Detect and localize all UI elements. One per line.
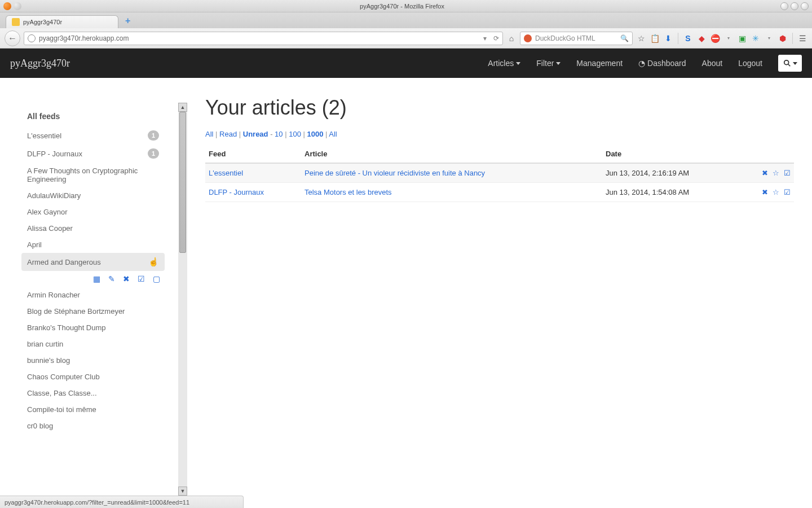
filter-limit-100[interactable]: 100 bbox=[289, 130, 301, 138]
nav-search-button[interactable] bbox=[778, 55, 802, 72]
filter-all[interactable]: All bbox=[205, 130, 213, 138]
extension-icon[interactable]: ◆ bbox=[696, 33, 707, 43]
row-article-link[interactable]: Telsa Motors et les brevets bbox=[304, 188, 392, 196]
row-article-link[interactable]: Peine de sûreté - Un violeur récidiviste… bbox=[304, 169, 485, 177]
url-dropdown-icon[interactable]: ▾ bbox=[483, 34, 487, 42]
tab-title: pyAggr3g470r bbox=[23, 19, 62, 25]
extension-dropdown-icon-2[interactable]: ▾ bbox=[764, 33, 774, 43]
sidebar-item[interactable]: Blog de Stéphane Bortzmeyer bbox=[21, 303, 165, 319]
row-actions: ✖☆☑ bbox=[752, 169, 791, 177]
toolbar-separator bbox=[678, 33, 678, 44]
close-icon[interactable]: ✖ bbox=[123, 274, 130, 283]
feed-list: L'essentiel1DLFP - Journaux1A Few Though… bbox=[27, 126, 165, 434]
sidebar-item[interactable]: Alex Gaynor bbox=[21, 204, 165, 220]
grid-icon[interactable]: ▦ bbox=[93, 274, 100, 283]
delete-icon[interactable]: ✖ bbox=[762, 188, 768, 196]
stylish-icon[interactable]: S bbox=[683, 33, 693, 43]
scrollbar-thumb[interactable] bbox=[179, 112, 186, 253]
scroll-up-icon[interactable]: ▲ bbox=[178, 103, 187, 112]
filter-limit-1000[interactable]: 1000 bbox=[307, 130, 324, 138]
close-window-icon[interactable] bbox=[801, 2, 809, 10]
sidebar-item[interactable]: Armin Ronacher bbox=[21, 287, 165, 303]
caret-down-icon bbox=[793, 62, 797, 65]
sidebar-item[interactable]: DLFP - Journaux1 bbox=[21, 144, 165, 163]
extension-red-icon[interactable]: ⬢ bbox=[778, 33, 788, 43]
filter-line: All | Read | Unread - 10 | 100 | 1000 | … bbox=[205, 130, 794, 138]
sidebar-item[interactable]: Classe, Pas Classe... bbox=[21, 385, 165, 401]
brand[interactable]: pyAggr3g470r bbox=[10, 58, 70, 69]
feed-name: Armed and Dangerous bbox=[27, 258, 101, 266]
url-bar[interactable]: pyaggr3g470r.herokuapp.com ▾ ⟳ bbox=[24, 32, 503, 45]
filter-limit-10[interactable]: 10 bbox=[275, 130, 283, 138]
adblock-icon[interactable]: ⛔ bbox=[710, 33, 720, 43]
feed-name: L'essentiel bbox=[27, 132, 61, 140]
star-icon[interactable]: ☆ bbox=[773, 188, 779, 196]
sidebar-item[interactable]: A Few Thoughts on Cryptographic Engineer… bbox=[21, 163, 165, 187]
browser-tab[interactable]: pyAggr3g470r bbox=[6, 15, 118, 28]
sidebar-item[interactable]: brian curtin bbox=[21, 336, 165, 352]
caret-down-icon bbox=[516, 62, 520, 65]
sidebar-item[interactable]: Branko's Thought Dump bbox=[21, 319, 165, 336]
extension-green-icon[interactable]: ▣ bbox=[737, 33, 747, 43]
mark-read-icon[interactable]: ☑ bbox=[784, 188, 791, 196]
feed-name: Alissa Cooper bbox=[27, 224, 73, 233]
unread-badge: 1 bbox=[148, 148, 159, 159]
filter-limit-all[interactable]: All bbox=[329, 130, 337, 138]
feed-name: Branko's Thought Dump bbox=[27, 323, 106, 332]
main-area: Your articles (2) All | Read | Unread - … bbox=[187, 78, 812, 496]
feed-name: AdulauWikiDiary bbox=[27, 191, 81, 200]
sidebar-item[interactable]: AdulauWikiDiary bbox=[21, 187, 165, 204]
sidebar: All feeds L'essentiel1DLFP - Journaux1A … bbox=[0, 112, 178, 434]
download-icon[interactable]: ⬇ bbox=[663, 33, 673, 43]
sidebar-item[interactable]: Compile-toi toi même bbox=[21, 401, 165, 418]
nav-articles[interactable]: Articles bbox=[480, 59, 528, 68]
search-icon bbox=[783, 59, 791, 67]
mark-read-icon[interactable]: ☑ bbox=[784, 169, 791, 177]
col-feed: Feed bbox=[205, 145, 301, 163]
browser-tab-strip: pyAggr3g470r + bbox=[0, 12, 812, 28]
feed-name: Armin Ronacher bbox=[27, 291, 80, 299]
filter-unread[interactable]: Unread bbox=[243, 130, 268, 138]
sidebar-scrollbar[interactable]: ▲ ▼ bbox=[178, 112, 187, 496]
nav-logout[interactable]: Logout bbox=[730, 59, 770, 68]
feed-name: Blog de Stéphane Bortzmeyer bbox=[27, 307, 125, 316]
row-feed-link[interactable]: L'essentiel bbox=[209, 169, 243, 177]
edit-icon[interactable]: ✎ bbox=[108, 274, 115, 283]
sidebar-item[interactable]: Armed and Dangerous☝ bbox=[21, 253, 165, 271]
sidebar-item[interactable]: Alissa Cooper bbox=[21, 220, 165, 237]
nav-dashboard[interactable]: ◔Dashboard bbox=[630, 59, 694, 68]
sidebar-item[interactable]: bunnie's blog bbox=[21, 352, 165, 369]
page-title: Your articles (2) bbox=[205, 96, 794, 120]
scroll-down-icon[interactable]: ▼ bbox=[178, 487, 187, 496]
bookmark-star-icon[interactable]: ☆ bbox=[636, 33, 646, 43]
sidebar-item[interactable]: cr0 blog bbox=[21, 418, 165, 434]
pointer-cursor-icon: ☝ bbox=[148, 257, 159, 267]
toolbar-separator-2 bbox=[792, 33, 793, 44]
sidebar-item[interactable]: L'essentiel1 bbox=[21, 126, 165, 144]
delete-icon[interactable]: ✖ bbox=[762, 169, 768, 177]
row-date: Jun 13, 2014, 2:16:19 AM bbox=[602, 163, 749, 183]
back-button[interactable]: ← bbox=[5, 30, 20, 46]
clipboard-icon[interactable]: 📋 bbox=[650, 33, 660, 43]
reload-icon[interactable]: ⟳ bbox=[493, 34, 499, 42]
sidebar-item[interactable]: Chaos Computer Club bbox=[21, 369, 165, 385]
nav-management[interactable]: Management bbox=[568, 59, 630, 68]
browser-search-input[interactable]: DuckDuckGo HTML 🔍 bbox=[520, 32, 633, 45]
row-feed-link[interactable]: DLFP - Journaux bbox=[209, 188, 264, 196]
extension-dropdown-icon[interactable]: ▾ bbox=[723, 33, 734, 43]
filter-read[interactable]: Read bbox=[219, 130, 237, 138]
sidebar-item[interactable]: April bbox=[21, 237, 165, 253]
home-icon[interactable]: ⌂ bbox=[506, 33, 517, 43]
hamburger-menu-icon[interactable]: ☰ bbox=[797, 33, 807, 43]
nav-filter[interactable]: Filter bbox=[528, 59, 568, 68]
minimize-icon[interactable] bbox=[780, 2, 788, 10]
star-icon[interactable]: ☆ bbox=[773, 169, 779, 177]
extension-blue-icon[interactable]: ✳ bbox=[751, 33, 761, 43]
maximize-icon[interactable] bbox=[791, 2, 798, 10]
check-icon[interactable]: ☑ bbox=[138, 274, 145, 283]
nav-about[interactable]: About bbox=[694, 59, 731, 68]
row-date: Jun 13, 2014, 1:54:08 AM bbox=[602, 183, 749, 202]
square-icon[interactable]: ▢ bbox=[153, 274, 160, 283]
new-tab-button[interactable]: + bbox=[122, 14, 134, 28]
search-go-icon[interactable]: 🔍 bbox=[620, 34, 629, 42]
